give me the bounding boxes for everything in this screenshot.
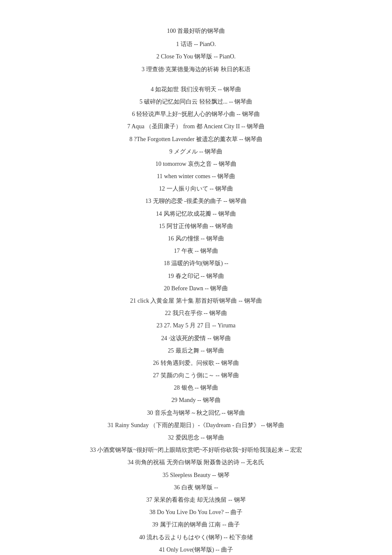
playlist-item-17: 17 午夜 -- 钢琴曲 bbox=[174, 246, 218, 256]
playlist-item-28: 28 银色 -- 钢琴曲 bbox=[174, 382, 218, 393]
playlist-item-27: 27 笑颜の向こう側に～ -- 钢琴曲 bbox=[153, 370, 239, 381]
playlist-item-13: 13 无聊的恋爱 -很柔美的曲子 -- 钢琴曲 bbox=[145, 196, 247, 206]
playlist-item-25: 25 最后之舞 -- 钢琴曲 bbox=[168, 345, 224, 356]
playlist-item-6: 6 轻轻说声早上好~抚慰人心的钢琴小曲 -- 钢琴曲 bbox=[132, 109, 260, 119]
playlist-item-38: 38 Do You Live Do You Love? -- 曲子 bbox=[150, 507, 243, 517]
playlist-item-20: 20 Before Dawn -- 钢琴曲 bbox=[164, 283, 228, 294]
playlist-item-8: 8 ?The Forgotten Lavender 被遗忘的薰衣草 -- 钢琴曲 bbox=[130, 134, 262, 145]
playlist-item-16: 16 风の憧憬 -- 钢琴曲 bbox=[168, 233, 224, 244]
playlist-item-10: 10 tomorrow 哀伤之音 -- 钢琴曲 bbox=[156, 159, 237, 169]
playlist-item-33: 33 小酒窝钢琴版~很好听~闭上眼睛欣赏吧~不好听你砍我~好听给我顶起来 -- … bbox=[90, 445, 302, 455]
playlist-item-19: 19 春之印记 -- 钢琴曲 bbox=[168, 271, 224, 281]
playlist-item-15: 15 阿甘正传钢琴曲 -- 钢琴曲 bbox=[159, 221, 233, 231]
playlist-item-35: 35 Sleepless Beauty -- 钢琴 bbox=[162, 470, 229, 480]
playlist-item-22: 22 我只在乎你 -- 钢琴曲 bbox=[165, 308, 227, 318]
playlist-item-34: 34 街角的祝福 无旁白钢琴版 附聂鲁达的诗 -- 无名氏 bbox=[128, 457, 265, 468]
playlist-item-23: 23 27. May 5 月 27 日 -- Yiruma bbox=[156, 320, 235, 331]
playlist-item-37: 37 呆呆的看着你走 却无法挽留 -- 钢琴 bbox=[146, 494, 245, 505]
playlist-item-30: 30 音乐盒与钢琴～秋之回忆 -- 钢琴曲 bbox=[147, 408, 245, 418]
playlist-item-21: 21 click 入黄金屋 第十集 那首好听钢琴曲 -- 钢琴曲 bbox=[130, 295, 262, 306]
playlist-container: 100 首最好听的钢琴曲1 话语 -- PianO.2 Close To You… bbox=[17, 26, 375, 555]
playlist-item-18: 18 温暖的诗句(钢琴版) -- bbox=[164, 258, 228, 269]
playlist-item-2: 2 Close To You 钢琴版 -- PianO. bbox=[156, 51, 236, 62]
playlist-item-5: 5 破碎的记忆如同白云 轻轻飘过... -- 钢琴曲 bbox=[140, 96, 253, 107]
playlist-item-24: 24 ·这该死的爱情 -- 钢琴曲 bbox=[161, 333, 231, 344]
playlist-item-32: 32 爱因思念 -- 钢琴曲 bbox=[168, 432, 224, 443]
playlist-item-7: 7 Aqua （圣田康子） from 都 Ancient City II -- … bbox=[127, 121, 265, 132]
playlist-item-40: 40 流れる云よりもはやく(钢琴) -- 松下奈绪 bbox=[139, 532, 253, 543]
playlist-item-29: 29 Mandy -- 钢琴曲 bbox=[171, 395, 221, 405]
playlist-item-26: 26 转角遇到爱。问候歌 -- 钢琴曲 bbox=[153, 358, 239, 368]
playlist-item-11: 11 when winter comes -- 钢琴曲 bbox=[157, 171, 235, 182]
playlist-item-41: 41 Only Love(钢琴版) -- 曲子 bbox=[159, 544, 233, 555]
playlist-item-1: 1 话语 -- PianO. bbox=[176, 39, 216, 49]
playlist-item-39: 39 属于江南的钢琴曲 江南 -- 曲子 bbox=[152, 519, 239, 530]
playlist-item-title: 100 首最好听的钢琴曲 bbox=[167, 26, 225, 36]
playlist-item-31: 31 Rainy Sunday （下雨的星期日）-《Daydream - 白日梦… bbox=[108, 420, 285, 431]
playlist-item-4: 4 如花如世 我们没有明天 -- 钢琴曲 bbox=[151, 84, 241, 95]
playlist-item-36: 36 白夜 钢琴版 -- bbox=[174, 482, 218, 493]
playlist-item-3: 3 理查德·克莱德曼海边的祈祷 秋日的私语 bbox=[141, 64, 251, 75]
playlist-item-9: 9 メグメル -- 钢琴曲 bbox=[170, 146, 223, 157]
playlist-item-12: 12 一人振り向いて -- 钢琴曲 bbox=[159, 183, 233, 194]
playlist-item-14: 14 风将记忆吹成花瓣 -- 钢琴曲 bbox=[156, 208, 236, 219]
